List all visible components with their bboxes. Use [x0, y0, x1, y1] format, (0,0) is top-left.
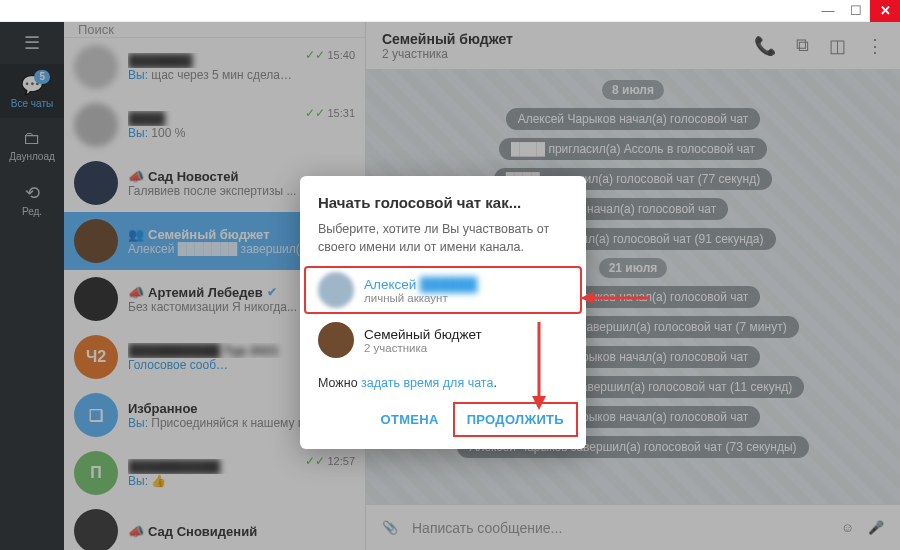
- identity-option-body: Алексей ██████личный аккаунт: [364, 277, 477, 304]
- avatar: [318, 322, 354, 358]
- identity-option-name: Алексей ██████: [364, 277, 477, 292]
- schedule-time-link[interactable]: задать время для чата: [361, 376, 493, 390]
- dialog-hint: Можно задать время для чата.: [300, 366, 586, 404]
- avatar: [318, 272, 354, 308]
- identity-option-body: Семейный бюджет2 участника: [364, 327, 482, 354]
- annotation-arrow-left: [580, 288, 650, 308]
- window-close-button[interactable]: ✕: [870, 0, 900, 22]
- identity-option-sub: личный аккаунт: [364, 292, 477, 304]
- modal-overlay[interactable]: Начать голосовой чат как... Выберите, хо…: [0, 22, 900, 550]
- window-titlebar: — ☐ ✕: [0, 0, 900, 22]
- dialog-hint-prefix: Можно: [318, 376, 361, 390]
- window-minimize-button[interactable]: —: [814, 0, 842, 22]
- dialog-hint-suffix: .: [493, 376, 496, 390]
- window-maximize-button[interactable]: ☐: [842, 0, 870, 22]
- identity-option[interactable]: Семейный бюджет2 участника: [304, 316, 582, 364]
- dialog-title: Начать голосовой чат как...: [300, 194, 586, 221]
- continue-button[interactable]: ПРОДОЛЖИТЬ: [455, 404, 576, 435]
- cancel-button[interactable]: ОТМЕНА: [369, 404, 451, 435]
- identity-option-name: Семейный бюджет: [364, 327, 482, 342]
- identity-option-sub: 2 участника: [364, 342, 482, 354]
- identity-option[interactable]: Алексей ██████личный аккаунт: [304, 266, 582, 314]
- start-voice-chat-dialog: Начать голосовой чат как... Выберите, хо…: [300, 176, 586, 449]
- dialog-description: Выберите, хотите ли Вы участвовать от св…: [300, 221, 586, 264]
